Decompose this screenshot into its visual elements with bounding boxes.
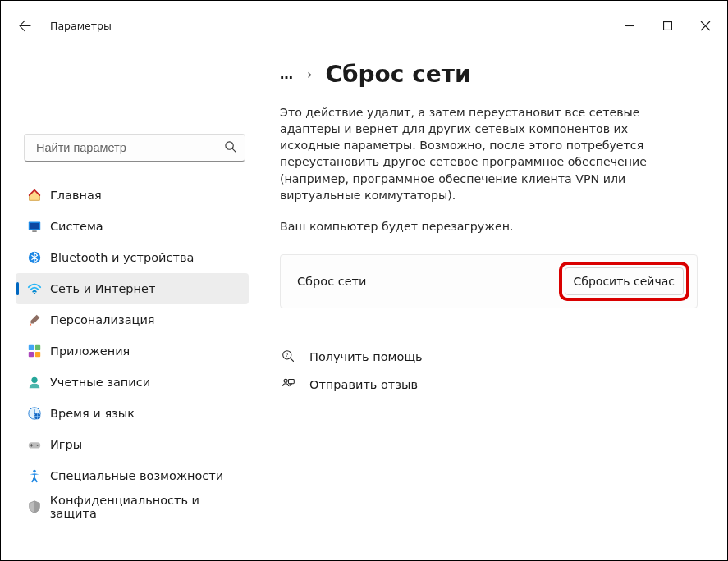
system-icon xyxy=(27,219,50,234)
apps-icon xyxy=(27,344,50,358)
restart-note: Ваш компьютер будет перезагружен. xyxy=(280,220,698,233)
feedback-link[interactable]: Отправить отзыв xyxy=(280,371,698,399)
get-help-label: Получить помощь xyxy=(309,350,423,363)
shield-icon xyxy=(27,499,50,514)
svg-rect-9 xyxy=(29,352,34,357)
titlebar: Параметры xyxy=(1,9,727,42)
breadcrumb: … › Сброс сети xyxy=(280,53,698,94)
sidebar-item-time-language[interactable]: Время и язык xyxy=(16,398,249,429)
app-title: Параметры xyxy=(50,20,112,32)
sidebar-item-privacy[interactable]: Конфиденциальность и защита xyxy=(16,491,249,522)
reset-now-label: Сбросить сейчас xyxy=(574,275,675,288)
sidebar-item-label: Приложения xyxy=(50,344,130,358)
paintbrush-icon xyxy=(27,312,50,327)
sidebar-item-gaming[interactable]: Игры xyxy=(16,429,249,460)
svg-point-17 xyxy=(33,470,36,473)
sidebar-item-label: Конфиденциальность и защита xyxy=(50,494,249,520)
svg-rect-8 xyxy=(35,345,40,350)
feedback-label: Отправить отзыв xyxy=(309,378,418,391)
sidebar-nav: Главная Система Bluetooth и устройства С… xyxy=(1,180,260,522)
sidebar-item-label: Игры xyxy=(50,438,82,451)
sidebar-item-label: Учетные записи xyxy=(50,376,150,389)
clock-globe-icon xyxy=(27,406,50,421)
svg-point-6 xyxy=(34,293,35,294)
sidebar-item-personalization[interactable]: Персонализация xyxy=(16,304,249,335)
sidebar-item-label: Система xyxy=(50,220,103,233)
svg-point-11 xyxy=(31,377,37,383)
person-icon xyxy=(27,375,50,390)
search-icon xyxy=(224,140,236,155)
get-help-link[interactable]: ? Получить помощь xyxy=(280,343,698,371)
sidebar-item-network[interactable]: Сеть и Интернет xyxy=(16,273,249,304)
svg-rect-21 xyxy=(288,380,294,384)
gamepad-icon xyxy=(27,437,50,452)
back-button[interactable] xyxy=(19,20,50,32)
feedback-icon xyxy=(280,377,296,391)
breadcrumb-ellipsis[interactable]: … xyxy=(280,66,294,82)
card-label: Сброс сети xyxy=(297,275,367,288)
sidebar-item-label: Bluetooth и устройства xyxy=(50,251,194,264)
help-icon: ? xyxy=(280,349,296,363)
svg-text:?: ? xyxy=(286,353,288,358)
svg-point-20 xyxy=(284,380,287,383)
bluetooth-icon xyxy=(27,250,50,265)
sidebar-item-label: Время и язык xyxy=(50,407,135,420)
search-input[interactable] xyxy=(34,140,224,155)
sidebar-item-bluetooth[interactable]: Bluetooth и устройства xyxy=(16,242,249,273)
svg-rect-10 xyxy=(35,352,40,357)
svg-point-16 xyxy=(37,445,39,446)
svg-rect-0 xyxy=(663,21,671,30)
chevron-right-icon: › xyxy=(307,66,312,82)
svg-point-1 xyxy=(226,142,233,149)
svg-rect-4 xyxy=(32,230,36,231)
wifi-icon xyxy=(27,281,50,296)
home-icon xyxy=(27,188,50,203)
description-text: Это действие удалит, а затем переустанов… xyxy=(280,104,690,203)
sidebar-item-accessibility[interactable]: Специальные возможности xyxy=(16,460,249,491)
close-button[interactable] xyxy=(686,9,724,42)
search-input-wrap[interactable] xyxy=(24,134,245,162)
maximize-button[interactable] xyxy=(648,9,686,42)
sidebar-item-label: Персонализация xyxy=(50,313,155,326)
sidebar-item-label: Специальные возможности xyxy=(50,469,223,482)
network-reset-card: Сброс сети Сбросить сейчас xyxy=(280,254,698,308)
sidebar-item-apps[interactable]: Приложения xyxy=(16,335,249,367)
sidebar-item-accounts[interactable]: Учетные записи xyxy=(16,367,249,398)
sidebar-item-system[interactable]: Система xyxy=(16,211,249,242)
accessibility-icon xyxy=(27,468,50,483)
sidebar-item-label: Сеть и Интернет xyxy=(50,282,155,295)
minimize-button[interactable] xyxy=(611,9,648,42)
svg-rect-3 xyxy=(30,223,39,229)
page-title: Сброс сети xyxy=(325,61,470,88)
window-controls xyxy=(611,9,724,42)
svg-rect-7 xyxy=(29,345,34,350)
sidebar-item-home[interactable]: Главная xyxy=(16,180,249,211)
reset-now-button[interactable]: Сбросить сейчас xyxy=(565,267,684,295)
sidebar-item-label: Главная xyxy=(50,189,102,202)
